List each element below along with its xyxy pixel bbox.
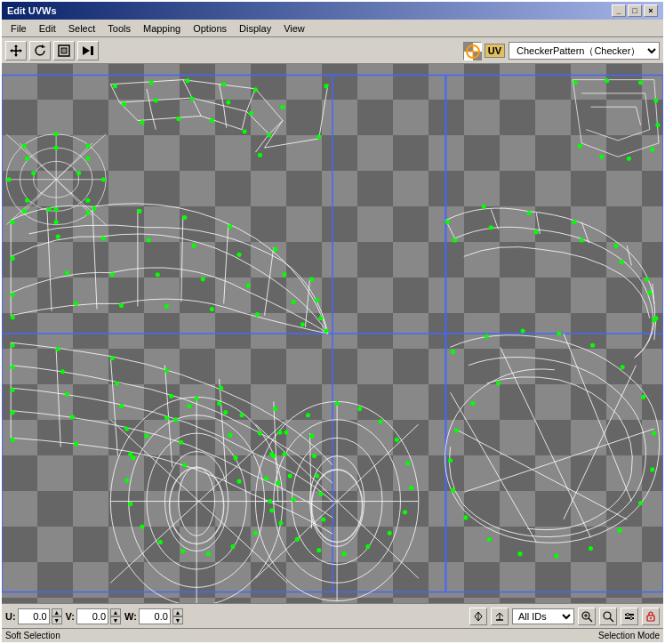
menu-display[interactable]: Display [234, 22, 276, 35]
minimize-button[interactable]: _ [612, 4, 626, 17]
svg-point-6 [15, 49, 18, 52]
w-input[interactable] [139, 608, 171, 624]
v-spinner[interactable]: ▲ ▼ [110, 608, 121, 624]
svg-point-212 [527, 211, 532, 215]
svg-point-107 [292, 300, 296, 304]
u-input[interactable] [18, 608, 50, 624]
svg-point-149 [236, 479, 241, 484]
svg-point-264 [650, 617, 652, 619]
svg-point-179 [365, 544, 370, 549]
svg-point-227 [653, 99, 658, 103]
svg-point-145 [11, 438, 15, 442]
svg-point-234 [22, 143, 27, 148]
svg-point-90 [228, 224, 232, 229]
svg-point-185 [264, 477, 268, 481]
snap-icon [493, 610, 506, 623]
svg-point-175 [405, 461, 410, 465]
svg-point-208 [470, 401, 475, 406]
svg-point-261 [627, 613, 629, 616]
menu-select[interactable]: Select [63, 22, 101, 35]
svg-point-144 [318, 492, 323, 496]
svg-point-203 [487, 537, 492, 542]
search-button[interactable] [599, 608, 617, 625]
svg-point-241 [25, 157, 29, 161]
svg-point-213 [573, 220, 577, 224]
svg-point-74 [122, 102, 126, 107]
svg-point-138 [11, 410, 15, 415]
svg-marker-2 [14, 44, 18, 47]
svg-point-220 [580, 237, 584, 242]
svg-point-121 [219, 386, 223, 390]
svg-point-229 [650, 148, 654, 152]
svg-point-70 [253, 87, 258, 92]
svg-point-237 [101, 177, 106, 181]
settings-icon [623, 610, 636, 623]
svg-point-98 [236, 253, 241, 257]
svg-point-114 [255, 312, 260, 317]
svg-point-119 [110, 356, 115, 360]
svg-point-195 [641, 395, 645, 399]
checker-pattern-dropdown[interactable]: CheckerPattern（Checker） [509, 42, 660, 60]
u-label: U: [5, 611, 16, 622]
svg-point-122 [273, 407, 277, 411]
svg-point-130 [312, 454, 316, 458]
u-spinner[interactable]: ▲ ▼ [52, 608, 62, 624]
move-tool-button[interactable] [5, 41, 27, 60]
svg-point-141 [179, 440, 183, 445]
move-horizontal-button[interactable] [469, 608, 487, 625]
menu-file[interactable]: File [5, 22, 32, 35]
w-spinner[interactable]: ▲ ▼ [172, 608, 183, 624]
u-spin-down[interactable]: ▼ [52, 616, 62, 624]
svg-point-165 [128, 502, 132, 506]
bottom-text-bar: Soft Selection Selection Mode [2, 628, 663, 642]
w-spin-down[interactable]: ▼ [172, 616, 183, 624]
uv-viewport[interactable] [2, 64, 663, 603]
svg-point-191 [520, 328, 525, 333]
svg-point-77 [226, 101, 230, 105]
edit-uvws-window: Edit UVWs _ □ × File Edit Select Tools M… [0, 0, 665, 644]
skip-button[interactable] [77, 41, 99, 60]
refresh-button[interactable] [29, 41, 51, 60]
svg-point-189 [451, 350, 455, 354]
svg-point-168 [145, 434, 149, 439]
box-select-button[interactable] [53, 41, 75, 60]
menu-view[interactable]: View [278, 22, 310, 35]
settings-button[interactable] [621, 608, 638, 625]
svg-point-71 [280, 105, 284, 109]
all-ids-select[interactable]: All IDs [512, 608, 574, 624]
ids-dropdown: All IDs [512, 608, 574, 624]
v-input[interactable] [76, 608, 108, 624]
snap-button[interactable] [491, 608, 509, 625]
svg-point-231 [599, 155, 604, 159]
menu-options[interactable]: Options [188, 22, 232, 35]
svg-point-200 [589, 546, 593, 551]
u-spin-up[interactable]: ▲ [52, 608, 62, 616]
box-select-icon [57, 44, 71, 58]
svg-point-72 [316, 134, 321, 139]
menu-mapping[interactable]: Mapping [138, 22, 186, 35]
svg-point-174 [395, 438, 399, 442]
svg-point-245 [54, 146, 59, 150]
svg-point-152 [195, 397, 199, 401]
menu-tools[interactable]: Tools [102, 22, 136, 35]
w-label: W: [124, 611, 137, 622]
svg-point-221 [620, 260, 624, 264]
svg-point-169 [164, 415, 169, 420]
menu-edit[interactable]: Edit [34, 22, 61, 35]
title-bar-buttons: _ □ × [612, 4, 658, 17]
svg-point-95 [101, 236, 106, 240]
selection-mode-label: Selection Mode [598, 631, 660, 640]
svg-point-129 [277, 431, 282, 435]
close-button[interactable]: × [644, 4, 658, 17]
v-spin-up[interactable]: ▲ [110, 608, 121, 616]
v-spin-down[interactable]: ▼ [110, 616, 121, 624]
svg-point-101 [11, 293, 15, 297]
lock-button[interactable] [642, 608, 660, 625]
svg-point-164 [140, 525, 144, 529]
zoom-button[interactable] [578, 608, 596, 625]
svg-point-91 [273, 247, 277, 252]
w-spin-up[interactable]: ▲ [172, 608, 183, 616]
maximize-button[interactable]: □ [628, 4, 642, 17]
svg-point-197 [650, 467, 654, 471]
svg-point-217 [453, 237, 457, 242]
